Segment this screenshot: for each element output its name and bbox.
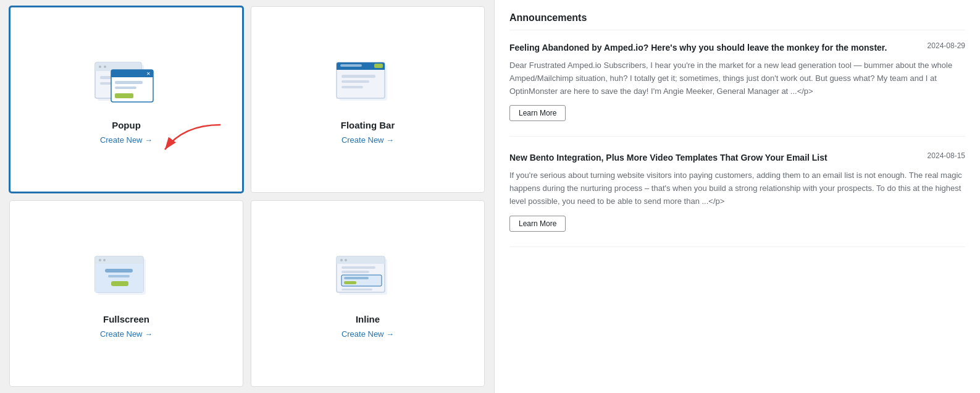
floating-bar-card-title: Floating Bar <box>341 120 395 130</box>
campaign-grid-panel: ✕ Popup Create New → <box>0 0 494 393</box>
popup-create-new-link[interactable]: Create New → <box>100 135 153 145</box>
svg-rect-51 <box>344 277 369 279</box>
svg-point-5 <box>104 66 106 68</box>
svg-rect-49 <box>341 271 369 273</box>
floating-bar-icon <box>331 56 405 111</box>
campaign-card-inline[interactable]: Inline Create New → <box>251 200 485 387</box>
arrow-annotation <box>159 119 233 168</box>
svg-rect-38 <box>95 290 143 292</box>
svg-rect-37 <box>95 264 143 292</box>
svg-point-36 <box>103 259 106 261</box>
svg-rect-50 <box>341 275 382 286</box>
announcement-item: New Bento Integration, Plus More Video T… <box>509 151 965 247</box>
svg-point-35 <box>99 259 101 261</box>
svg-rect-24 <box>341 80 369 83</box>
announcement-date: 2024-08-15 <box>928 151 965 160</box>
svg-rect-41 <box>111 281 128 286</box>
svg-rect-29 <box>374 64 383 68</box>
page-wrapper: ✕ Popup Create New → <box>0 0 980 393</box>
learn-more-button-1[interactable]: Learn More <box>509 105 566 121</box>
announcements-panel: Announcements Feeling Abandoned by Amped… <box>494 0 980 393</box>
fullscreen-card-title: Fullscreen <box>103 314 149 324</box>
fullscreen-create-new-link[interactable]: Create New → <box>100 329 153 339</box>
svg-text:✕: ✕ <box>146 71 150 77</box>
floating-bar-create-new-link[interactable]: Create New → <box>341 135 394 145</box>
svg-rect-52 <box>344 281 356 284</box>
campaign-card-fullscreen[interactable]: Fullscreen Create New → <box>9 200 243 387</box>
svg-point-4 <box>99 66 101 68</box>
announcement-headline: New Bento Integration, Plus More Video T… <box>509 151 928 164</box>
campaign-card-popup[interactable]: ✕ Popup Create New → <box>9 6 243 193</box>
svg-rect-45 <box>337 261 385 264</box>
svg-rect-28 <box>340 64 362 67</box>
svg-rect-14 <box>115 93 133 98</box>
svg-rect-13 <box>115 87 136 89</box>
svg-point-47 <box>345 259 347 261</box>
svg-point-46 <box>340 259 343 261</box>
inline-card-title: Inline <box>356 314 380 324</box>
announcements-title: Announcements <box>509 12 965 30</box>
campaign-card-floating-bar[interactable]: Floating Bar Create New → <box>251 6 485 193</box>
svg-rect-12 <box>115 81 143 84</box>
svg-rect-40 <box>108 275 130 277</box>
learn-more-button-2[interactable]: Learn More <box>509 216 566 232</box>
svg-rect-48 <box>341 266 375 269</box>
svg-rect-39 <box>105 269 133 273</box>
announcement-header: Feeling Abandoned by Amped.io? Here's wh… <box>509 41 965 54</box>
fullscreen-icon <box>90 250 164 305</box>
svg-rect-53 <box>341 289 372 290</box>
svg-rect-34 <box>95 261 143 264</box>
inline-icon <box>331 250 405 305</box>
svg-rect-23 <box>341 75 375 78</box>
announcement-headline: Feeling Abandoned by Amped.io? Here's wh… <box>509 41 928 54</box>
announcement-date: 2024-08-29 <box>928 41 965 50</box>
announcement-item: Feeling Abandoned by Amped.io? Here's wh… <box>509 41 965 137</box>
svg-rect-25 <box>341 86 363 88</box>
popup-card-title: Popup <box>112 120 141 130</box>
announcement-header: New Bento Integration, Plus More Video T… <box>509 151 965 164</box>
inline-create-new-link[interactable]: Create New → <box>341 329 394 339</box>
announcement-excerpt: Dear Frustrated Amped.io Subscribers, I … <box>509 59 965 98</box>
announcement-excerpt: If you're serious about turning website … <box>509 169 965 208</box>
popup-icon: ✕ <box>90 56 164 111</box>
